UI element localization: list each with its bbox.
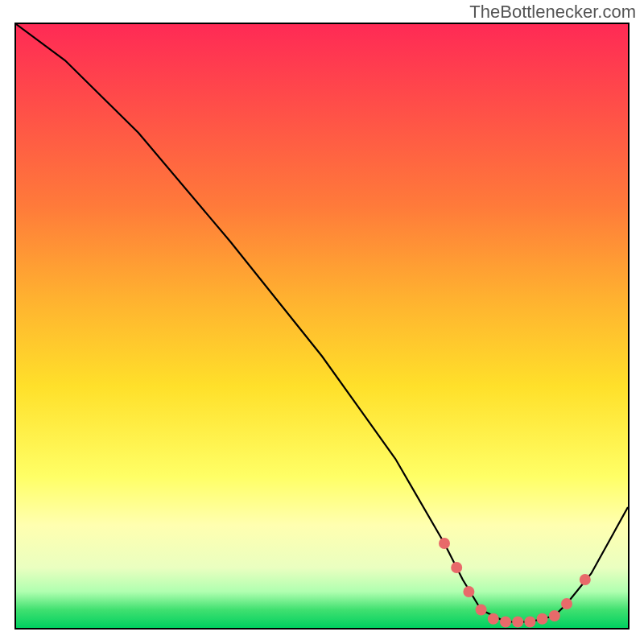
marker-dot: [537, 613, 548, 625]
marker-dot: [549, 610, 560, 621]
curve-line: [16, 24, 628, 622]
marker-dot: [488, 613, 499, 625]
marker-dot: [561, 598, 572, 609]
marker-dot: [476, 605, 487, 616]
marker-dot: [439, 538, 450, 549]
marker-dot: [463, 586, 474, 597]
marker-dot: [524, 617, 535, 628]
marker-dot: [500, 617, 511, 628]
curve-markers: [439, 538, 591, 628]
watermark-text: TheBottlenecker.com: [469, 2, 636, 23]
chart-svg: [16, 24, 628, 628]
plot-area: [14, 23, 630, 630]
marker-dot: [451, 562, 462, 573]
chart-container: TheBottlenecker.com: [0, 0, 644, 644]
marker-dot: [580, 574, 591, 585]
marker-dot: [512, 617, 523, 628]
